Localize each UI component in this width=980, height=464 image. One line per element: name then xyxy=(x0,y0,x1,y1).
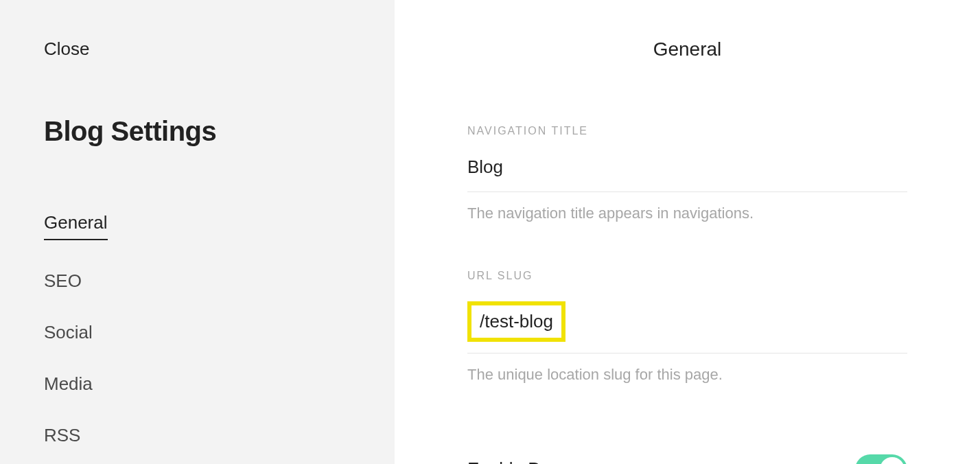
enable-page-row: Enable Page xyxy=(467,454,907,464)
url-slug-highlight: /test-blog xyxy=(467,301,565,342)
url-slug-input-wrap: /test-blog xyxy=(467,301,907,353)
url-slug-help: The unique location slug for this page. xyxy=(467,364,907,386)
url-slug-label: URL SLUG xyxy=(467,270,907,282)
navigation-title-label: NAVIGATION TITLE xyxy=(467,125,907,137)
main-panel: General NAVIGATION TITLE Blog The naviga… xyxy=(395,0,980,464)
toggle-knob xyxy=(880,457,905,464)
nav-item-seo[interactable]: SEO xyxy=(44,270,82,292)
sidebar-title: Blog Settings xyxy=(44,116,395,147)
url-slug-input[interactable]: /test-blog xyxy=(480,311,553,332)
navigation-title-group: NAVIGATION TITLE Blog The navigation tit… xyxy=(467,125,907,224)
settings-nav: General SEO Social Media RSS Advanced xyxy=(44,212,395,464)
navigation-title-help: The navigation title appears in navigati… xyxy=(467,203,907,224)
panel-title: General xyxy=(395,38,980,60)
navigation-title-input[interactable]: Blog xyxy=(467,156,907,192)
close-button[interactable]: Close xyxy=(44,38,89,60)
nav-item-general[interactable]: General xyxy=(44,212,108,240)
settings-sidebar: Close Blog Settings General SEO Social M… xyxy=(0,0,395,464)
url-slug-group: URL SLUG /test-blog The unique location … xyxy=(467,270,907,386)
enable-page-label: Enable Page xyxy=(467,459,570,464)
nav-item-social[interactable]: Social xyxy=(44,322,93,343)
nav-item-rss[interactable]: RSS xyxy=(44,425,80,446)
nav-item-media[interactable]: Media xyxy=(44,373,93,395)
content-area: NAVIGATION TITLE Blog The navigation tit… xyxy=(467,125,907,464)
enable-page-toggle[interactable] xyxy=(855,454,907,464)
